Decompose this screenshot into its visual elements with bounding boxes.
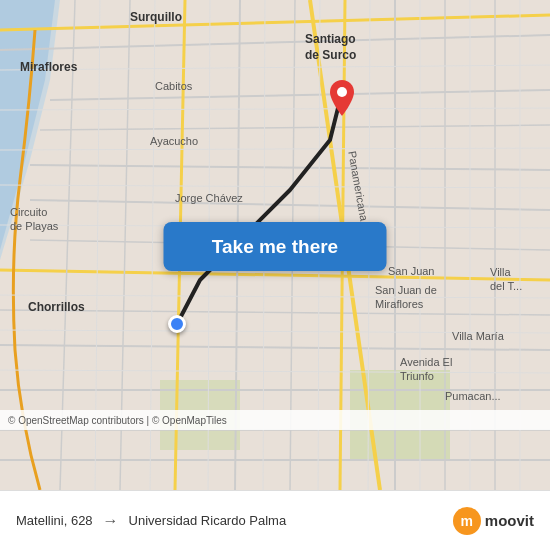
map-container: Miraflores Surquillo Santiagode Surco Ca… <box>0 0 550 490</box>
origin-dot <box>168 315 186 333</box>
take-me-there-button[interactable]: Take me there <box>164 222 387 271</box>
moovit-text: moovit <box>485 512 534 529</box>
from-location: Matellini, 628 <box>16 513 93 528</box>
moovit-icon: m <box>453 507 481 535</box>
destination-pin <box>330 80 354 120</box>
to-location: Universidad Ricardo Palma <box>129 513 287 528</box>
moovit-logo: m moovit <box>453 507 534 535</box>
svg-point-45 <box>337 87 347 97</box>
map-attribution: © OpenStreetMap contributors | © OpenMap… <box>0 410 550 430</box>
attribution-text: © OpenStreetMap contributors | © OpenMap… <box>8 415 227 426</box>
bottom-bar: Matellini, 628 → Universidad Ricardo Pal… <box>0 490 550 550</box>
direction-arrow: → <box>103 512 119 530</box>
